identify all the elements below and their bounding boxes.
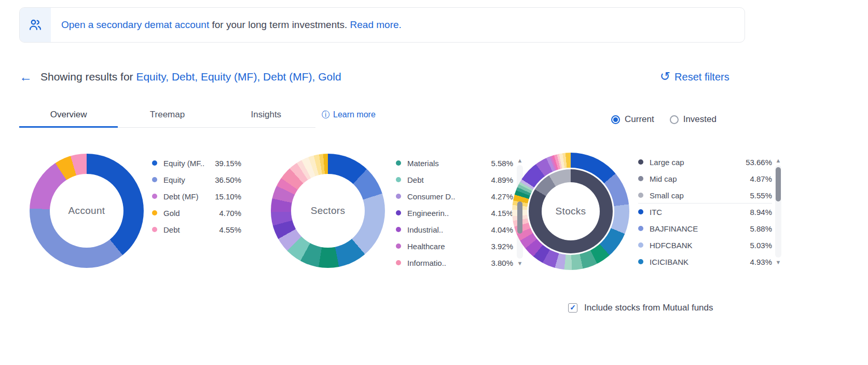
sectors-donut[interactable]: Sectors [271, 154, 385, 268]
legend-label: Informatio.. [407, 259, 491, 267]
legend-label: Equity [163, 175, 215, 184]
legend-item[interactable]: HDFCBANK5.03% [638, 239, 772, 251]
legend-item[interactable]: Debt4.89% [396, 173, 513, 186]
legend-value: 5.03% [750, 241, 772, 250]
legend-label: Engineerin.. [407, 209, 491, 218]
legend-dot-icon [152, 160, 157, 166]
stocks-legend-area: Large cap53.66%Mid cap4.87%Small cap5.55… [638, 156, 772, 266]
sectors-chart-section: Sectors Materials5.58%Debt4.89%Consumer … [271, 154, 530, 271]
scrollbar-thumb[interactable] [517, 201, 522, 234]
legend-item[interactable]: Small cap5.55% [638, 189, 772, 201]
legend-value: 5.88% [750, 224, 772, 233]
legend-item[interactable]: Healthcare3.92% [396, 240, 513, 252]
back-arrow-icon[interactable]: ← [19, 71, 32, 84]
legend-item[interactable]: Industrial..4.04% [396, 223, 513, 236]
legend-value: 5.58% [491, 159, 513, 168]
legend-dot-icon [152, 210, 157, 215]
legend-value: 36.50% [215, 175, 241, 184]
legend-value: 4.04% [491, 225, 513, 234]
stocks-donut-hole: Stocks [542, 182, 600, 240]
include-stocks-checkbox[interactable]: ✓ [568, 303, 577, 313]
account-center-label: Account [68, 205, 105, 217]
legend-item[interactable]: Informatio..3.80% [396, 256, 513, 269]
tab-treemap[interactable]: Treemap [118, 102, 216, 127]
legend-value: 15.10% [215, 192, 241, 201]
learn-more-link[interactable]: ⓘ Learn more [322, 106, 376, 123]
people-icon [28, 18, 43, 32]
legend-item[interactable]: Materials5.58% [396, 157, 513, 169]
legend-label: Consumer D.. [407, 192, 491, 201]
legend-dot-icon [396, 244, 401, 249]
legend-item[interactable]: BAJFINANCE5.88% [638, 222, 772, 235]
include-stocks-label: Include stocks from Mutual funds [584, 303, 713, 313]
legend-value: 8.94% [750, 208, 772, 217]
radio-invested[interactable]: Invested [670, 114, 717, 125]
reset-filters-label: Reset filters [674, 71, 729, 83]
radio-circle-icon [611, 115, 620, 124]
tab-bar: OverviewTreemapInsights [19, 102, 315, 128]
open-demat-link[interactable]: Open a secondary demat account [61, 19, 209, 31]
legend-value: 4.70% [219, 209, 241, 218]
scrollbar-thumb[interactable] [776, 167, 781, 201]
legend-item[interactable]: Mid cap4.87% [638, 172, 772, 185]
radio-label: Invested [683, 114, 717, 125]
banner-middle-text: for your long term investments. [209, 19, 350, 31]
legend-item[interactable]: Debt4.55% [152, 223, 241, 236]
scroll-down-icon[interactable]: ▼ [517, 260, 523, 267]
legend-label: Healthcare [407, 242, 491, 251]
legend-value: 3.80% [491, 259, 513, 267]
legend-item[interactable]: Large cap53.66% [638, 156, 772, 168]
tab-overview[interactable]: Overview [19, 102, 118, 127]
legend-label: Debt (MF) [163, 192, 215, 201]
check-icon: ✓ [570, 304, 576, 311]
account-chart-section: Account Equity (MF..39.15%Equity36.50%De… [30, 154, 273, 270]
legend-dot-icon [152, 227, 157, 232]
stocks-donut[interactable]: Stocks [512, 153, 629, 270]
legend-value: 3.92% [491, 242, 513, 251]
legend-dot-icon [152, 177, 157, 182]
legend-item[interactable]: Equity (MF..39.15% [152, 157, 241, 169]
radio-label: Current [625, 114, 654, 125]
legend-item[interactable]: ITC8.94% [638, 206, 772, 218]
legend-value: 4.55% [219, 225, 241, 234]
scroll-up-icon[interactable]: ▲ [517, 157, 523, 164]
legend-value: 4.87% [750, 174, 772, 183]
legend-item[interactable]: Engineerin..4.15% [396, 207, 513, 219]
legend-value: 4.15% [491, 209, 513, 218]
legend-item[interactable]: Debt (MF)15.10% [152, 190, 241, 202]
info-icon: ⓘ [322, 110, 330, 120]
legend-dot-icon [638, 226, 643, 231]
legend-dot-icon [638, 209, 643, 214]
legend-value: 4.89% [491, 175, 513, 184]
legend-item[interactable]: Consumer D..4.27% [396, 190, 513, 202]
view-toggle: CurrentInvested [611, 114, 717, 125]
legend-label: Debt [163, 225, 219, 234]
scroll-down-icon[interactable]: ▼ [776, 259, 781, 266]
read-more-link[interactable]: Read more. [350, 19, 402, 31]
account-legend: Equity (MF..39.15%Equity36.50%Debt (MF)1… [152, 157, 241, 236]
account-donut[interactable]: Account [30, 154, 144, 268]
legend-item[interactable]: Equity36.50% [152, 173, 241, 186]
legend-dot-icon [396, 260, 401, 265]
tab-insights[interactable]: Insights [217, 102, 315, 127]
legend-item[interactable]: ICICIBANK4.93% [638, 255, 772, 266]
banner-icon-box [20, 8, 51, 42]
secondary-demat-banner: Open a secondary demat account for your … [19, 7, 745, 43]
legend-label: BAJFINANCE [650, 224, 750, 233]
radio-circle-icon [670, 115, 679, 124]
legend-divider [638, 203, 772, 204]
sectors-center-label: Sectors [311, 205, 346, 217]
legend-dot-icon [638, 193, 643, 198]
legend-label: Large cap [650, 158, 746, 167]
legend-value: 53.66% [746, 158, 772, 167]
stocks-legend-scrollbar[interactable]: ▲ ▼ [775, 157, 782, 266]
radio-current[interactable]: Current [611, 114, 654, 125]
legend-value: 5.55% [750, 191, 772, 200]
legend-value: 4.93% [750, 258, 772, 266]
legend-item[interactable]: Gold4.70% [152, 207, 241, 219]
scroll-up-icon[interactable]: ▲ [776, 157, 781, 164]
reset-filters-button[interactable]: ↺ Reset filters [660, 68, 729, 86]
stocks-cap-ring[interactable]: Stocks [527, 168, 614, 255]
active-filters-text[interactable]: Equity, Debt, Equity (MF), Debt (MF), Go… [136, 71, 341, 83]
legend-label: HDFCBANK [650, 241, 750, 250]
